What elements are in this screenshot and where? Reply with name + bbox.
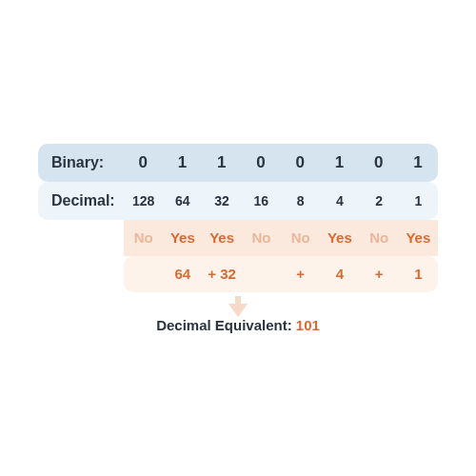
place-cell: 1 — [399, 193, 438, 208]
bit-cell: 0 — [124, 153, 163, 172]
down-arrow-icon — [228, 296, 248, 319]
bit-cell: 0 — [242, 153, 281, 172]
computation-block: No Yes Yes No No Yes No Yes 64 + 32 + 4 … — [124, 220, 438, 292]
yesno-cell: No — [281, 229, 320, 246]
binary-row: Binary: 0 1 1 0 0 1 0 1 — [38, 144, 438, 182]
place-cell: 16 — [242, 193, 281, 208]
result-label: Decimal Equivalent: — [156, 317, 296, 333]
bit-cell: 1 — [320, 153, 359, 172]
binary-to-decimal-diagram: Binary: 0 1 1 0 0 1 0 1 Decimal: 128 64 … — [38, 144, 438, 333]
bit-cell: 1 — [203, 153, 242, 172]
bit-cell: 1 — [163, 153, 202, 172]
place-cell: 32 — [203, 193, 242, 208]
sum-cell: + 32 — [203, 266, 242, 282]
yesno-cell: Yes — [399, 229, 438, 246]
binary-label: Binary: — [38, 154, 124, 171]
place-cell: 2 — [360, 193, 399, 208]
result-line: Decimal Equivalent: 101 — [38, 317, 438, 333]
yesno-cell: Yes — [320, 229, 359, 246]
yesno-cell: No — [242, 229, 281, 246]
bit-cell: 0 — [360, 153, 399, 172]
sum-cell: 64 — [163, 266, 202, 282]
place-cell: 4 — [320, 193, 359, 208]
yesno-cell: Yes — [163, 229, 202, 246]
place-cell: 8 — [281, 193, 320, 208]
decimal-row: Decimal: 128 64 32 16 8 4 2 1 — [38, 182, 438, 220]
decimal-label: Decimal: — [38, 192, 124, 209]
yesno-cell: No — [124, 229, 163, 246]
result-value: 101 — [296, 317, 320, 333]
place-cell: 64 — [163, 193, 202, 208]
sum-row: 64 + 32 + 4 + 1 — [124, 256, 438, 292]
bit-cell: 0 — [281, 153, 320, 172]
bit-cell: 1 — [399, 153, 438, 172]
place-cell: 128 — [124, 193, 163, 208]
yesno-cell: No — [360, 229, 399, 246]
yesno-row: No Yes Yes No No Yes No Yes — [124, 220, 438, 256]
sum-cell: 1 — [399, 266, 438, 282]
sum-cell: 4 — [320, 266, 359, 282]
yesno-cell: Yes — [203, 229, 242, 246]
sum-cell: + — [360, 266, 399, 282]
sum-cell: + — [281, 266, 320, 282]
